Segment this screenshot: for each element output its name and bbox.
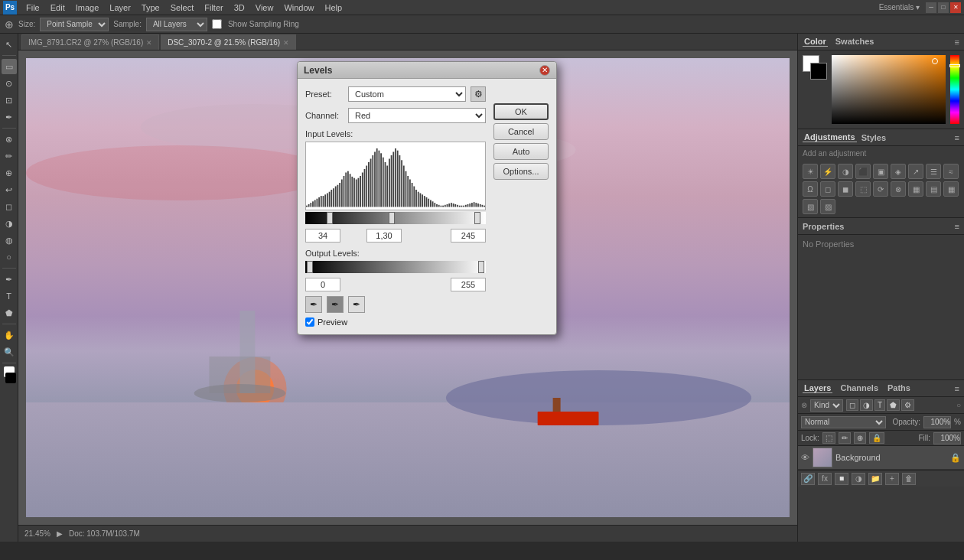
sample-size-select[interactable]: Point Sample [40, 18, 109, 31]
history-brush-tool[interactable]: ↩ [2, 182, 17, 197]
output-black-handle[interactable] [307, 261, 313, 273]
opacity-input[interactable] [923, 416, 951, 428]
adj-brightness[interactable]: ☀ [803, 164, 818, 179]
channel-select[interactable]: Red [348, 108, 486, 123]
adj-levels[interactable]: ◑ [838, 164, 853, 179]
black-eyedropper-btn[interactable]: ✒ [305, 296, 322, 313]
layer-eye-icon[interactable]: 👁 [801, 453, 809, 462]
layers-menu-icon[interactable]: ≡ [955, 384, 959, 393]
gray-eyedropper-btn[interactable]: ✒ [327, 296, 344, 313]
layer-adj-btn[interactable]: ◑ [852, 473, 865, 485]
lock-transparent-btn[interactable]: ⬚ [822, 432, 835, 444]
lasso-tool[interactable]: ⊙ [2, 76, 17, 91]
eyedropper-tool[interactable]: ✒ [2, 109, 17, 125]
menu-view[interactable]: View [251, 2, 278, 14]
adj-pattern[interactable]: ▤ [926, 181, 941, 197]
tab2-close[interactable]: ✕ [283, 39, 289, 47]
crop-tool[interactable]: ⊡ [2, 93, 17, 108]
menu-window[interactable]: Window [279, 2, 318, 14]
ok-button[interactable]: OK [493, 103, 549, 120]
lock-position-btn[interactable]: ⊕ [854, 432, 866, 444]
type-tool[interactable]: T [2, 288, 17, 304]
window-maximize-btn[interactable]: □ [938, 2, 949, 13]
menu-type[interactable]: Type [137, 2, 164, 14]
filter-smart[interactable]: ⚙ [901, 399, 914, 411]
heal-tool[interactable]: ⊗ [2, 132, 17, 147]
tab-adjustments[interactable]: Adjustments [803, 132, 857, 142]
mid-input-field[interactable] [366, 229, 402, 243]
filter-adj[interactable]: ◑ [860, 399, 873, 411]
output-black-field[interactable] [305, 278, 340, 291]
tab-paths[interactable]: Paths [886, 383, 912, 393]
lock-image-btn[interactable]: ✏ [839, 432, 851, 444]
lock-all-btn[interactable]: 🔒 [869, 432, 884, 444]
white-input-handle[interactable] [474, 212, 480, 224]
layer-mask-btn[interactable]: ◽ [835, 473, 848, 485]
tab-swatches[interactable]: Swatches [834, 37, 876, 47]
tab-img1[interactable]: IMG_8791.CR2 @ 27% (RGB/16) ✕ [21, 34, 159, 50]
eraser-tool[interactable]: ◻ [2, 199, 17, 214]
adj-gradient-map[interactable]: ⬚ [855, 181, 871, 197]
levels-close-btn[interactable]: ✕ [539, 65, 550, 76]
tab1-close[interactable]: ✕ [146, 39, 152, 47]
adj-solid-color[interactable]: ⊗ [891, 181, 906, 197]
layer-filter-select[interactable]: Kind [810, 399, 843, 412]
output-slider-track[interactable] [305, 261, 486, 273]
pen-tool[interactable]: ✒ [2, 272, 17, 287]
adj-channel-mixer[interactable]: ☰ [926, 164, 941, 179]
menu-filter[interactable]: Filter [200, 2, 227, 14]
properties-menu-icon[interactable]: ≡ [955, 222, 959, 231]
move-tool[interactable]: ↖ [2, 37, 17, 52]
fill-input[interactable] [933, 432, 961, 444]
adj-shadows[interactable]: ▧ [803, 199, 818, 214]
tab-styles[interactable]: Styles [860, 133, 887, 142]
layer-new-btn[interactable]: + [885, 473, 899, 485]
clone-tool[interactable]: ⊕ [2, 165, 17, 181]
blur-tool[interactable]: ◍ [2, 233, 17, 248]
adj-curves[interactable]: ⚡ [820, 164, 835, 179]
white-eyedropper-btn[interactable]: ✒ [348, 296, 365, 313]
menu-edit[interactable]: Edit [46, 2, 70, 14]
show-ring-checkbox[interactable] [212, 19, 222, 29]
zoom-tool[interactable]: 🔍 [2, 344, 17, 360]
gray-input-handle[interactable] [389, 212, 395, 224]
white-input-field[interactable] [451, 229, 486, 243]
input-slider-track[interactable] [305, 212, 486, 224]
filter-toggle[interactable]: ○ [956, 401, 961, 409]
layer-group-btn[interactable]: 📁 [868, 473, 882, 485]
color-panel-menu-icon[interactable]: ≡ [955, 37, 959, 47]
filter-type[interactable]: T [874, 399, 885, 411]
adj-colorlookup[interactable]: ≈ [943, 164, 959, 179]
layer-link-btn[interactable]: 🔗 [801, 473, 815, 485]
tab-channels[interactable]: Channels [839, 383, 880, 393]
bg-swatch[interactable] [810, 63, 827, 80]
menu-select[interactable]: Select [166, 2, 199, 14]
status-arrow-btn[interactable]: ▶ [57, 529, 63, 538]
output-white-handle[interactable] [478, 261, 484, 273]
black-input-field[interactable] [305, 229, 340, 243]
adj-panel-menu-icon[interactable]: ≡ [955, 133, 959, 142]
output-white-field[interactable] [451, 278, 486, 291]
options-button[interactable]: Options... [493, 163, 549, 180]
adj-vib[interactable]: ▣ [873, 164, 888, 179]
tab-img2[interactable]: DSC_3070-2 @ 21.5% (RGB/16) ✕ [161, 34, 296, 50]
hand-tool[interactable]: ✋ [2, 327, 17, 343]
path-tool[interactable]: ⬟ [2, 305, 17, 321]
cancel-button[interactable]: Cancel [493, 123, 549, 140]
dodge-tool[interactable]: ○ [2, 249, 17, 265]
adj-hue[interactable]: ⬛ [855, 164, 871, 179]
adj-threshold[interactable]: ◼ [838, 181, 853, 197]
bg-color-swatch[interactable] [5, 373, 16, 383]
adj-photofilter[interactable]: ↗ [908, 164, 923, 179]
adj-exposure[interactable]: ▦ [943, 181, 959, 197]
menu-layer[interactable]: Layer [105, 2, 135, 14]
layer-delete-btn[interactable]: 🗑 [902, 473, 916, 485]
brush-tool[interactable]: ✏ [2, 148, 17, 164]
black-input-handle[interactable] [327, 212, 333, 224]
adj-posterize[interactable]: ◻ [820, 181, 835, 197]
menu-image[interactable]: Image [71, 2, 104, 14]
layer-fx-btn[interactable]: fx [818, 473, 832, 485]
levels-gear-btn[interactable]: ⚙ [471, 86, 486, 102]
blend-mode-select[interactable]: Normal [801, 416, 886, 428]
adj-gradient-fill[interactable]: ▦ [908, 181, 923, 197]
